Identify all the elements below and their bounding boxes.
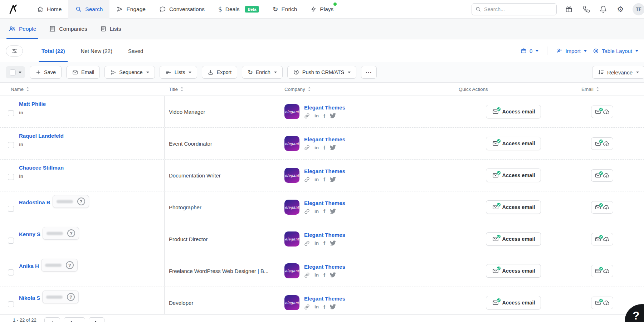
apollo-logo[interactable] [5, 4, 22, 15]
masked-name-pill[interactable]: ? [43, 227, 79, 240]
company-name-link[interactable]: Elegant Themes [304, 104, 345, 111]
twitter-icon[interactable] [330, 145, 336, 150]
masked-name-pill[interactable]: ? [42, 291, 79, 303]
twitter-icon[interactable] [330, 272, 336, 278]
push-to-crm-button[interactable]: Push to CRM/ATS [287, 66, 356, 79]
twitter-icon[interactable] [330, 177, 336, 182]
more-actions-button[interactable]: ··· [361, 66, 377, 79]
company-name-link[interactable]: Elegant Themes [304, 136, 345, 142]
company-name-link[interactable]: Elegant Themes [304, 296, 345, 302]
linkedin-icon[interactable]: in [19, 110, 23, 115]
export-button[interactable]: Export [202, 66, 237, 79]
column-header-title[interactable]: Title [165, 87, 279, 92]
person-name-link[interactable]: Matt Philie [19, 101, 46, 107]
link-icon[interactable] [304, 209, 310, 214]
tab-people[interactable]: People [2, 19, 43, 39]
twitter-icon[interactable] [330, 209, 336, 214]
link-icon[interactable] [304, 272, 310, 278]
import-button[interactable]: Import [556, 48, 587, 54]
facebook-icon[interactable]: f [323, 304, 325, 310]
company-name-link[interactable]: Elegant Themes [304, 200, 345, 206]
tab-lists[interactable]: Lists [94, 19, 128, 39]
company-logo[interactable]: elegant [284, 168, 299, 183]
page-select[interactable]: 1 [64, 317, 85, 322]
person-name-link[interactable]: Nikola S [19, 295, 40, 301]
linkedin-icon[interactable]: in [19, 142, 23, 147]
gift-icon[interactable] [564, 5, 574, 14]
company-logo[interactable]: elegant [284, 263, 299, 278]
row-checkbox[interactable] [8, 110, 14, 116]
facebook-icon[interactable]: f [323, 145, 325, 151]
column-header-name[interactable]: Name [0, 87, 165, 92]
email-reveal-button[interactable] [591, 233, 613, 245]
company-logo[interactable]: elegant [284, 200, 299, 215]
access-email-button[interactable]: Access email [486, 105, 541, 118]
tab-saved[interactable]: Saved [120, 39, 151, 62]
linkedin-icon[interactable]: in [314, 177, 319, 182]
person-name-link[interactable]: Anika H [19, 263, 39, 269]
company-logo[interactable]: elegant [284, 104, 299, 119]
lists-button[interactable]: Lists [160, 66, 197, 79]
access-email-button[interactable]: Access email [486, 137, 541, 150]
linkedin-icon[interactable]: in [314, 304, 319, 309]
facebook-icon[interactable]: f [323, 176, 325, 182]
column-header-email[interactable]: Email [572, 87, 644, 92]
access-email-button[interactable]: Access email [486, 264, 541, 278]
linkedin-icon[interactable]: in [314, 240, 319, 246]
facebook-icon[interactable]: f [323, 208, 325, 214]
company-logo[interactable]: elegant [284, 231, 299, 247]
enrich-button[interactable]: ↻ Enrich [242, 66, 282, 79]
gear-icon[interactable]: ⚙ [616, 5, 625, 14]
sequence-button[interactable]: Sequence [104, 66, 155, 79]
email-reveal-button[interactable] [591, 297, 613, 309]
person-name-link[interactable]: Kenny S [19, 231, 40, 237]
tab-companies[interactable]: Companies [43, 19, 93, 39]
nav-item-deals[interactable]: $ Deals Beta [211, 0, 266, 19]
twitter-icon[interactable] [330, 113, 336, 118]
access-email-button[interactable]: Access email [486, 169, 541, 182]
link-icon[interactable] [304, 113, 310, 119]
email-reveal-button[interactable] [591, 265, 613, 277]
sort-button[interactable]: Relevance [592, 66, 644, 79]
row-checkbox[interactable] [8, 269, 14, 275]
email-reveal-button[interactable] [591, 169, 613, 182]
tab-net-new[interactable]: Net New (22) [73, 39, 120, 62]
access-email-button[interactable]: Access email [486, 232, 541, 246]
facebook-icon[interactable]: f [323, 272, 325, 278]
tab-total[interactable]: Total (22) [34, 39, 73, 62]
email-reveal-button[interactable] [591, 137, 613, 150]
save-button[interactable]: Save [30, 66, 62, 79]
person-name-link[interactable]: Radostina B [19, 199, 50, 205]
linkedin-icon[interactable]: in [19, 174, 23, 179]
row-checkbox[interactable] [8, 206, 14, 212]
phone-icon[interactable] [581, 5, 591, 14]
link-icon[interactable] [304, 240, 310, 246]
nav-item-engage[interactable]: Engage [109, 0, 152, 19]
nav-item-search[interactable]: Search [68, 0, 109, 19]
select-all-control[interactable] [6, 66, 25, 78]
linkedin-icon[interactable]: in [314, 209, 319, 214]
row-checkbox[interactable] [8, 301, 14, 307]
email-button[interactable]: Email [66, 66, 100, 79]
row-checkbox[interactable] [8, 174, 14, 180]
linkedin-icon[interactable]: in [314, 272, 319, 278]
facebook-icon[interactable]: f [323, 113, 325, 119]
facebook-icon[interactable]: f [323, 240, 325, 246]
masked-name-pill[interactable]: ? [41, 259, 78, 272]
avatar[interactable]: TF [633, 3, 644, 15]
nav-item-plays[interactable]: Plays [304, 0, 340, 19]
access-email-button[interactable]: Access email [486, 200, 541, 214]
nav-item-conversations[interactable]: Conversations [152, 0, 211, 19]
nav-item-enrich[interactable]: ↻ Enrich [266, 0, 304, 19]
nav-item-home[interactable]: Home [30, 0, 68, 19]
twitter-icon[interactable] [330, 240, 336, 246]
access-email-button[interactable]: Access email [486, 296, 541, 309]
table-layout-button[interactable]: Table Layout [592, 48, 638, 54]
twitter-icon[interactable] [330, 304, 336, 309]
linkedin-icon[interactable]: in [314, 145, 319, 150]
company-logo[interactable]: elegant [284, 295, 299, 310]
prev-page-button[interactable] [44, 317, 60, 322]
email-reveal-button[interactable] [591, 201, 613, 214]
row-checkbox[interactable] [8, 238, 14, 244]
company-name-link[interactable]: Elegant Themes [304, 264, 345, 270]
